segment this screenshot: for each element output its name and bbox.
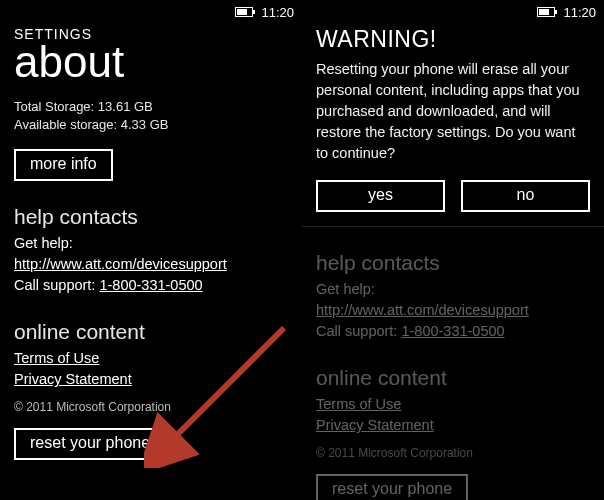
background-dimmed-content: help contacts Get help: http://www.att.c… <box>302 251 604 500</box>
screen-reset-warning: 11:20 WARNING! Resetting your phone will… <box>302 0 604 500</box>
no-button[interactable]: no <box>461 180 590 212</box>
terms-of-use-link: Terms of Use <box>316 396 401 412</box>
help-contacts-heading: help contacts <box>316 251 590 275</box>
warning-body: Resetting your phone will erase all your… <box>316 59 590 164</box>
available-storage: Available storage: 4.33 GB <box>14 116 288 134</box>
copyright-text: © 2011 Microsoft Corporation <box>14 400 288 414</box>
support-phone-link[interactable]: 1-800-331-0500 <box>99 277 202 293</box>
status-bar: 11:20 <box>302 0 604 22</box>
get-help-line: Get help: http://www.att.com/devicesuppo… <box>14 233 288 275</box>
get-help-label: Get help: <box>14 235 73 251</box>
status-time: 11:20 <box>563 5 596 20</box>
battery-icon <box>235 7 253 17</box>
battery-icon <box>537 7 555 17</box>
call-support-label: Call support: <box>316 323 401 339</box>
call-support-label: Call support: <box>14 277 99 293</box>
screen-settings-about: 11:20 SETTINGS about Total Storage: 13.6… <box>0 0 302 500</box>
get-help-label: Get help: <box>316 281 375 297</box>
status-bar: 11:20 <box>0 0 302 22</box>
reset-your-phone-button: reset your phone <box>316 474 468 500</box>
copyright-text: © 2011 Microsoft Corporation <box>316 446 590 460</box>
status-time: 11:20 <box>261 5 294 20</box>
warning-title: WARNING! <box>316 26 590 53</box>
warning-dialog: WARNING! Resetting your phone will erase… <box>302 26 604 227</box>
help-contacts-heading: help contacts <box>14 205 288 229</box>
page-title: about <box>14 40 288 84</box>
privacy-statement-link: Privacy Statement <box>316 417 434 433</box>
call-support-line: Call support: 1-800-331-0500 <box>14 275 288 296</box>
help-url-link: http://www.att.com/devicesupport <box>316 302 529 318</box>
more-info-button[interactable]: more info <box>14 149 113 181</box>
total-storage: Total Storage: 13.61 GB <box>14 98 288 116</box>
terms-of-use-link[interactable]: Terms of Use <box>14 350 99 366</box>
yes-button[interactable]: yes <box>316 180 445 212</box>
support-phone-link: 1-800-331-0500 <box>401 323 504 339</box>
privacy-statement-link[interactable]: Privacy Statement <box>14 371 132 387</box>
reset-your-phone-button[interactable]: reset your phone <box>14 428 166 460</box>
help-url-link[interactable]: http://www.att.com/devicesupport <box>14 256 227 272</box>
online-content-heading: online content <box>14 320 288 344</box>
online-content-heading: online content <box>316 366 590 390</box>
storage-info: Total Storage: 13.61 GB Available storag… <box>14 98 288 133</box>
